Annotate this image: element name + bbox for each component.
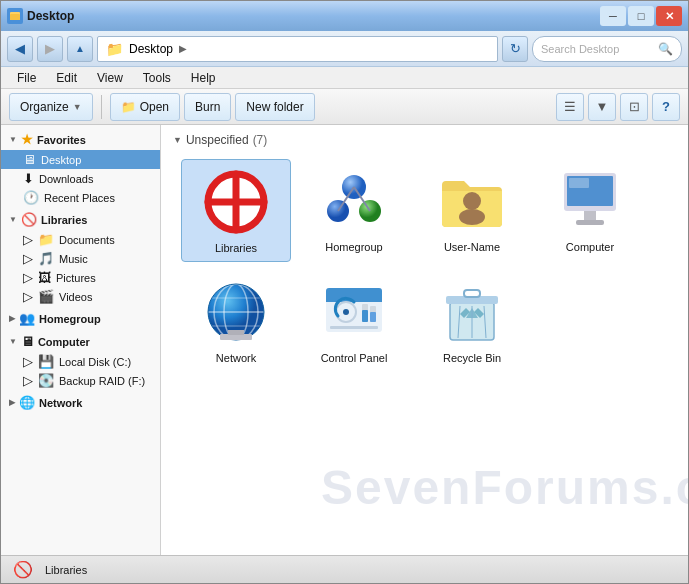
file-icon-username[interactable]: User-Name (417, 159, 527, 262)
svg-rect-35 (362, 310, 368, 322)
sidebar-header-libraries[interactable]: ▼ 🚫 Libraries (1, 209, 160, 230)
menu-file[interactable]: File (9, 69, 44, 87)
address-field[interactable]: 📁 Desktop ▶ (97, 36, 498, 62)
sidebar-section-computer: ▼ 🖥 Computer ▷ 💾 Local Disk (C:) ▷ 💽 Bac… (1, 331, 160, 390)
open-button[interactable]: 📁 Open (110, 93, 180, 121)
file-icon-computer[interactable]: Computer (535, 159, 645, 262)
file-icon-homegroup[interactable]: Homegroup (299, 159, 409, 262)
computer-icon-img (554, 165, 626, 237)
title-bar-text: Desktop (27, 9, 596, 23)
svg-rect-41 (464, 290, 480, 297)
computer-label: Computer (38, 336, 90, 348)
network-icon-img (200, 276, 272, 348)
libraries-label: Libraries (41, 214, 87, 226)
sidebar-item-backup-raid[interactable]: ▷ 💽 Backup RAID (F:) (1, 371, 160, 390)
close-button[interactable]: ✕ (656, 6, 682, 26)
burn-button[interactable]: Burn (184, 93, 231, 121)
menu-bar: File Edit View Tools Help (1, 67, 688, 89)
search-placeholder: Search Desktop (541, 43, 619, 55)
svg-rect-36 (370, 312, 376, 322)
back-button[interactable]: ◀ (7, 36, 33, 62)
file-view: SevenForums.com ▼ Unspecified (7) (161, 125, 688, 555)
sidebar-item-pictures[interactable]: ▷ 🖼 Pictures (1, 268, 160, 287)
sidebar-item-downloads[interactable]: ⬇ Downloads (1, 169, 160, 188)
sidebar-item-documents[interactable]: ▷ 📁 Documents (1, 230, 160, 249)
watermark: SevenForums.com (321, 460, 688, 515)
sidebar-header-favorites[interactable]: ▼ ★ Favorites (1, 129, 160, 150)
file-icon-libraries[interactable]: Libraries (181, 159, 291, 262)
homegroup-icon-img (318, 165, 390, 237)
sidebar: ▼ ★ Favorites 🖥 Desktop ⬇ Downloads 🕐 Re… (1, 125, 161, 555)
menu-edit[interactable]: Edit (48, 69, 85, 87)
sidebar-header-homegroup[interactable]: ▶ 👥 Homegroup (1, 308, 160, 329)
music-label: Music (59, 253, 88, 265)
sidebar-item-recent-places[interactable]: 🕐 Recent Places (1, 188, 160, 207)
status-bar: 🚫 Libraries (1, 555, 688, 583)
sidebar-item-videos[interactable]: ▷ 🎬 Videos (1, 287, 160, 306)
libraries-icon-img (200, 166, 272, 238)
svg-rect-16 (584, 211, 596, 221)
minimize-button[interactable]: ─ (600, 6, 626, 26)
sidebar-item-music[interactable]: ▷ 🎵 Music (1, 249, 160, 268)
control-panel-label: Control Panel (321, 352, 388, 365)
computer-icon: 🖥 (21, 334, 34, 349)
menu-tools[interactable]: Tools (135, 69, 179, 87)
pictures-label: Pictures (56, 272, 96, 284)
local-disk-icon: ▷ (23, 354, 33, 369)
organize-button[interactable]: Organize ▼ (9, 93, 93, 121)
videos-icon: ▷ (23, 289, 33, 304)
sidebar-section-favorites: ▼ ★ Favorites 🖥 Desktop ⬇ Downloads 🕐 Re… (1, 129, 160, 207)
downloads-icon: ⬇ (23, 171, 34, 186)
videos-label: Videos (59, 291, 92, 303)
sidebar-section-homegroup: ▶ 👥 Homegroup (1, 308, 160, 329)
svg-point-13 (459, 209, 485, 225)
documents-icon: ▷ (23, 232, 33, 247)
favorites-label: Favorites (37, 134, 86, 146)
network-arrow-icon: ▶ (9, 398, 15, 407)
pictures-icon: ▷ (23, 270, 33, 285)
documents-label: Documents (59, 234, 115, 246)
refresh-button[interactable]: ↻ (502, 36, 528, 62)
sidebar-item-desktop[interactable]: 🖥 Desktop (1, 150, 160, 169)
recycle-bin-icon-img (436, 276, 508, 348)
section-title: Unspecified (186, 133, 249, 147)
forward-button[interactable]: ▶ (37, 36, 63, 62)
view-options-button[interactable]: ☰ (556, 93, 584, 121)
folder-icon: 📁 (106, 41, 123, 57)
preview-pane-button[interactable]: ⊡ (620, 93, 648, 121)
sidebar-item-local-disk[interactable]: ▷ 💾 Local Disk (C:) (1, 352, 160, 371)
videos-folder-icon: 🎬 (38, 289, 54, 304)
backup-raid-label: Backup RAID (F:) (59, 375, 145, 387)
recycle-bin-label: Recycle Bin (443, 352, 501, 365)
help-button[interactable]: ? (652, 93, 680, 121)
menu-view[interactable]: View (89, 69, 131, 87)
file-icon-recycle-bin[interactable]: Recycle Bin (417, 270, 527, 371)
view-dropdown-button[interactable]: ▼ (588, 93, 616, 121)
libraries-label: Libraries (215, 242, 257, 255)
maximize-button[interactable]: □ (628, 6, 654, 26)
address-arrow: ▶ (179, 43, 187, 54)
network-label: Network (39, 397, 82, 409)
computer-arrow-icon: ▼ (9, 337, 17, 346)
toolbar-separator-1 (101, 95, 102, 119)
title-bar-icon (7, 8, 23, 24)
search-box[interactable]: Search Desktop 🔍 (532, 36, 682, 62)
sidebar-header-network[interactable]: ▶ 🌐 Network (1, 392, 160, 413)
file-icon-control-panel[interactable]: Control Panel (299, 270, 409, 371)
up-button[interactable]: ▲ (67, 36, 93, 62)
new-folder-button[interactable]: New folder (235, 93, 314, 121)
window-controls: ─ □ ✕ (600, 6, 682, 26)
file-icon-network[interactable]: Network (181, 270, 291, 371)
music-icon: ▷ (23, 251, 33, 266)
backup-raid-drive-icon: 💽 (38, 373, 54, 388)
sidebar-header-computer[interactable]: ▼ 🖥 Computer (1, 331, 160, 352)
icons-grid: Libraries (173, 159, 676, 371)
backup-raid-icon: ▷ (23, 373, 33, 388)
music-folder-icon: 🎵 (38, 251, 54, 266)
menu-help[interactable]: Help (183, 69, 224, 87)
explorer-window: Desktop ─ □ ✕ ◀ ▶ ▲ 📁 Desktop ▶ ↻ Search… (0, 0, 689, 584)
username-label: User-Name (444, 241, 500, 254)
sidebar-section-network: ▶ 🌐 Network (1, 392, 160, 413)
svg-rect-1 (10, 14, 20, 20)
documents-folder-icon: 📁 (38, 232, 54, 247)
